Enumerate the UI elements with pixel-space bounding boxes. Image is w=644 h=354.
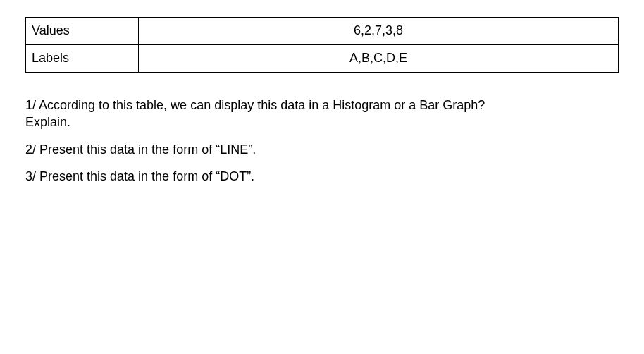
- row-value: 6,2,7,3,8: [139, 18, 619, 45]
- data-table: Values 6,2,7,3,8 Labels A,B,C,D,E: [25, 17, 619, 73]
- table-row: Values 6,2,7,3,8: [26, 18, 619, 45]
- question-1: 1/ According to this table, we can displ…: [25, 97, 619, 131]
- document-page: Values 6,2,7,3,8 Labels A,B,C,D,E 1/ Acc…: [0, 0, 644, 185]
- question-3: 3/ Present this data in the form of “DOT…: [25, 168, 619, 185]
- question-2: 2/ Present this data in the form of “LIN…: [25, 141, 619, 158]
- row-label: Values: [26, 18, 139, 45]
- question-1-line-1: 1/ According to this table, we can displ…: [25, 98, 485, 112]
- row-label: Labels: [26, 45, 139, 73]
- question-1-line-2: Explain.: [25, 115, 70, 129]
- row-value: A,B,C,D,E: [139, 45, 619, 73]
- questions-block: 1/ According to this table, we can displ…: [25, 97, 619, 185]
- table-row: Labels A,B,C,D,E: [26, 45, 619, 73]
